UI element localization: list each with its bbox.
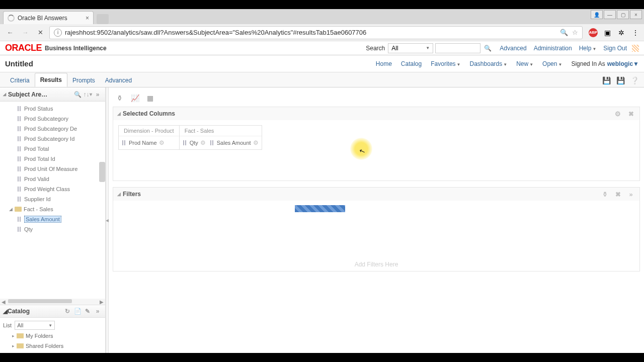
chrome-menu-icon[interactable]: ⋮ — [631, 28, 640, 37]
sub-header: Untitled Home Catalog Favorites▼ Dashboa… — [0, 55, 644, 72]
extension-icon-2[interactable]: ✲ — [617, 28, 626, 37]
tree-item[interactable]: Qty — [24, 226, 33, 232]
list-dropdown[interactable]: All ▼ — [15, 321, 55, 330]
tree-item[interactable]: Prod Subcategory De — [24, 126, 77, 132]
horizontal-scrollbar[interactable]: ◀▶ — [0, 299, 105, 305]
column-chip[interactable]: Prod Name — [129, 140, 157, 146]
back-button[interactable]: ← — [4, 27, 16, 39]
forward-button: → — [19, 27, 31, 39]
search-in-page-icon[interactable]: 🔍 — [560, 29, 568, 36]
extension-icon-1[interactable]: ▣ — [603, 28, 612, 37]
chevron-down-icon: ▼ — [48, 323, 52, 328]
open-menu[interactable]: Open▼ — [542, 60, 562, 67]
tree-item[interactable]: Prod Valid — [24, 176, 49, 182]
tree-item[interactable]: Prod Unit Of Measure — [24, 166, 77, 172]
product-name: Business Intelligence — [45, 45, 107, 52]
expand-pane-icon[interactable]: » — [626, 190, 635, 199]
tree-item[interactable]: Prod Total Id — [24, 156, 55, 162]
catalog-edit-icon[interactable]: ✎ — [83, 307, 92, 316]
search-tree-icon[interactable]: 🔍 — [73, 90, 82, 99]
new-menu[interactable]: New▼ — [516, 60, 533, 67]
search-scope-dropdown[interactable]: All ▼ — [388, 43, 433, 53]
sort-tree-icon[interactable]: ↑↓▾ — [83, 90, 92, 99]
subject-area-tree[interactable]: Prod Status Prod Subcategory Prod Subcat… — [0, 102, 105, 299]
expand-pane-icon[interactable]: » — [93, 307, 102, 316]
new-tab-button[interactable] — [97, 14, 109, 24]
collapse-toggle-icon[interactable]: ◢ — [9, 207, 13, 212]
dashboards-menu[interactable]: Dashboards▼ — [470, 60, 508, 67]
folder-icon — [15, 207, 22, 212]
tree-item[interactable]: Prod Subcategory — [24, 116, 68, 122]
column-icon — [17, 126, 22, 132]
expand-toggle-icon[interactable]: ▸ — [12, 333, 15, 338]
results-toolbar: ⚱ 📈 ▦ — [113, 92, 640, 105]
abp-extension-icon[interactable]: ABP — [589, 28, 598, 37]
home-link[interactable]: Home — [376, 60, 392, 67]
save-icon[interactable]: 💾 — [602, 76, 611, 85]
tab-results[interactable]: Results — [35, 73, 67, 87]
bookmark-star-icon[interactable]: ☆ — [572, 29, 578, 36]
edit-columns-icon[interactable]: ⚙ — [613, 109, 622, 118]
scrollbar[interactable] — [99, 162, 105, 182]
administration-link[interactable]: Administration — [534, 45, 572, 52]
page-title: Untitled — [5, 59, 33, 68]
folder-icon — [17, 343, 24, 348]
url-input[interactable]: i rajeshhost:9502/analytics/saw.dll?Answ… — [49, 26, 583, 39]
expand-toggle-icon[interactable]: ▸ — [12, 343, 15, 348]
add-filter-icon[interactable]: ⚱ — [600, 190, 609, 199]
catalog-refresh-icon[interactable]: ↻ — [63, 307, 72, 316]
catalog-folder[interactable]: Shared Folders — [26, 343, 63, 349]
help-icon[interactable]: ❔ — [630, 76, 639, 85]
grip-icon[interactable] — [632, 45, 639, 52]
selected-columns-title: Selected Columns — [123, 110, 175, 117]
table-icon[interactable]: ▦ — [145, 93, 155, 103]
tree-item[interactable]: Supplier Id — [24, 196, 51, 202]
column-chip[interactable]: Sales Amount — [217, 140, 251, 146]
signout-link[interactable]: Sign Out — [603, 45, 627, 52]
catalog-link[interactable]: Catalog — [401, 60, 422, 67]
avatar-icon[interactable]: 👤 — [591, 10, 603, 19]
gear-icon[interactable]: ⚙ — [253, 139, 259, 146]
tree-item[interactable]: Prod Status — [24, 106, 53, 112]
minimize-button[interactable]: — — [604, 10, 616, 19]
filter-icon[interactable]: ⚱ — [115, 93, 125, 103]
stop-button[interactable]: ✕ — [34, 27, 46, 39]
remove-filter-icon[interactable]: ✖ — [613, 190, 622, 199]
selected-columns-section: ◢ Selected Columns ⚙ ✖ Dimension - Produ… — [113, 107, 640, 181]
user-menu[interactable]: weblogic▼ — [607, 60, 639, 67]
collapse-icon[interactable]: ◢ — [117, 192, 121, 197]
tab-prompts[interactable]: Prompts — [67, 74, 100, 87]
catalog-folder[interactable]: My Folders — [26, 333, 53, 339]
column-chip[interactable]: Qty — [190, 140, 198, 146]
column-icon — [210, 140, 215, 146]
advanced-link[interactable]: Advanced — [500, 45, 526, 52]
collapse-icon[interactable]: ◢ — [3, 308, 8, 315]
tree-folder[interactable]: Fact - Sales — [24, 206, 53, 212]
remove-columns-icon[interactable]: ✖ — [626, 109, 635, 118]
collapse-icon[interactable]: ◢ — [3, 92, 6, 97]
catalog-copy-icon[interactable]: 📄 — [73, 307, 82, 316]
favorites-menu[interactable]: Favorites▼ — [431, 60, 460, 67]
gear-icon[interactable]: ⚙ — [200, 139, 206, 146]
gear-icon[interactable]: ⚙ — [159, 139, 165, 146]
browser-tab[interactable]: Oracle BI Answers × — [3, 11, 94, 24]
column-icon — [17, 156, 22, 162]
search-button[interactable]: 🔍 — [482, 43, 493, 53]
help-link[interactable]: Help▼ — [579, 45, 597, 52]
column-icon — [17, 116, 22, 122]
tree-item[interactable]: Prod Total — [24, 146, 49, 152]
close-window-button[interactable]: × — [630, 10, 642, 19]
close-tab-icon[interactable]: × — [86, 15, 89, 22]
collapse-icon[interactable]: ◢ — [117, 111, 121, 116]
site-info-icon[interactable]: i — [54, 29, 62, 37]
tree-item[interactable]: Prod Subcategory Id — [24, 136, 74, 142]
save-as-icon[interactable]: 💾 — [616, 76, 625, 85]
tree-item[interactable]: Prod Weight Class — [24, 186, 70, 192]
tab-criteria[interactable]: Criteria — [5, 74, 35, 87]
expand-pane-icon[interactable]: » — [93, 90, 102, 99]
tab-advanced[interactable]: Advanced — [100, 74, 137, 87]
tree-item-sales-amount[interactable]: Sales Amount — [24, 216, 61, 223]
chart-icon[interactable]: 📈 — [130, 93, 140, 103]
maximize-button[interactable]: ▢ — [617, 10, 629, 19]
search-input[interactable] — [435, 43, 480, 53]
